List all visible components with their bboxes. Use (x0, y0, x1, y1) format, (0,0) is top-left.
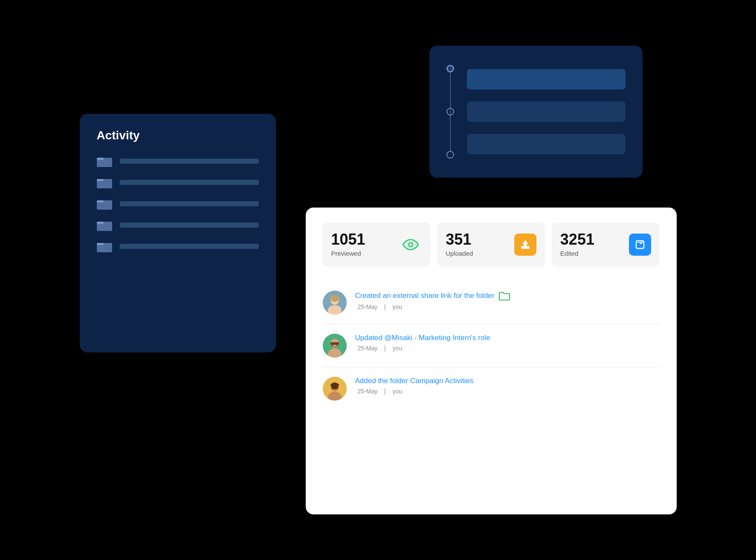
stat-uploaded-label: Uploaded (446, 250, 473, 257)
timeline-card (429, 46, 643, 178)
eye-icon (400, 234, 422, 256)
activity-item-2: Updated @Misaki - Marketing Intern's rol… (323, 324, 660, 367)
svg-rect-3 (97, 179, 104, 181)
timeline-dot-1 (446, 65, 454, 72)
folder-bar (120, 180, 259, 185)
timeline-bars (467, 69, 626, 154)
activity-list: Created an external share link for the f… (323, 281, 660, 410)
svg-point-12 (409, 243, 412, 246)
folder-bar (120, 159, 259, 164)
avatar-2 (323, 334, 347, 358)
timeline-bar-2 (467, 101, 626, 122)
svg-rect-14 (521, 246, 530, 249)
activity-title-1: Created an external share link for the f… (355, 291, 660, 301)
avatar-1 (323, 291, 347, 315)
activity-card: Activity (80, 114, 276, 352)
activity-item-3: Added the folder Campaign Activities 25-… (323, 367, 660, 410)
folder-outline-icon (498, 291, 510, 301)
list-item (97, 176, 259, 188)
timeline-bar-1 (467, 69, 626, 89)
folder-bar (120, 201, 259, 206)
folder-icon (97, 219, 112, 231)
stat-uploaded: 351 Uploaded (437, 222, 545, 266)
stat-previewed-number: 1051 (331, 232, 365, 247)
svg-rect-7 (97, 222, 104, 224)
edit-icon (629, 234, 651, 256)
folder-bar (120, 222, 259, 228)
avatar-3 (323, 377, 347, 401)
scene: Activity (80, 46, 677, 514)
svg-rect-9 (97, 243, 104, 245)
list-item (97, 219, 259, 231)
svg-rect-5 (97, 200, 104, 202)
list-item (97, 198, 259, 210)
stat-edited-label: Edited (560, 250, 594, 257)
activity-meta-3: 25-May | you (355, 388, 660, 395)
activity-panel-title: Activity (97, 129, 259, 142)
stat-uploaded-number: 351 (446, 232, 473, 247)
folder-icon (97, 176, 112, 188)
stats-row: 1051 Previewed 351 Uploaded (323, 222, 660, 266)
timeline-dot-2 (446, 108, 454, 115)
svg-point-28 (336, 345, 339, 346)
svg-rect-1 (97, 158, 104, 160)
stat-uploaded-text: 351 Uploaded (446, 232, 473, 257)
folder-icon (97, 240, 112, 252)
svg-rect-29 (333, 346, 336, 347)
upload-icon (514, 234, 536, 256)
stat-previewed-text: 1051 Previewed (331, 232, 365, 257)
stat-edited: 3251 Edited (552, 222, 660, 266)
stat-edited-number: 3251 (560, 232, 594, 247)
activity-content-1: Created an external share link for the f… (355, 291, 660, 310)
main-card: 1051 Previewed 351 Uploaded (306, 208, 677, 514)
list-item (97, 155, 259, 167)
folder-list (97, 155, 259, 252)
activity-meta-1: 25-May | you (355, 303, 660, 310)
svg-point-33 (331, 387, 333, 389)
stat-edited-text: 3251 Edited (560, 232, 594, 257)
timeline-dot-3 (446, 151, 454, 159)
activity-meta-2: 25-May | you (355, 345, 660, 352)
stat-previewed: 1051 Previewed (323, 222, 431, 266)
stat-previewed-label: Previewed (331, 250, 365, 257)
folder-icon (97, 198, 112, 210)
activity-content-2: Updated @Misaki - Marketing Intern's rol… (355, 334, 660, 352)
list-item (97, 240, 259, 252)
activity-content-3: Added the folder Campaign Activities 25-… (355, 377, 660, 395)
svg-point-27 (331, 345, 333, 346)
timeline-bar-3 (467, 134, 626, 154)
activity-item-1: Created an external share link for the f… (323, 281, 660, 324)
svg-rect-16 (634, 238, 646, 251)
timeline-dots (446, 65, 454, 159)
folder-icon (97, 155, 112, 167)
activity-title-2: Updated @Misaki - Marketing Intern's rol… (355, 334, 660, 342)
svg-point-34 (336, 387, 338, 389)
svg-rect-26 (330, 342, 339, 345)
activity-title-3: Added the folder Campaign Activities (355, 377, 660, 385)
folder-bar (120, 244, 259, 249)
